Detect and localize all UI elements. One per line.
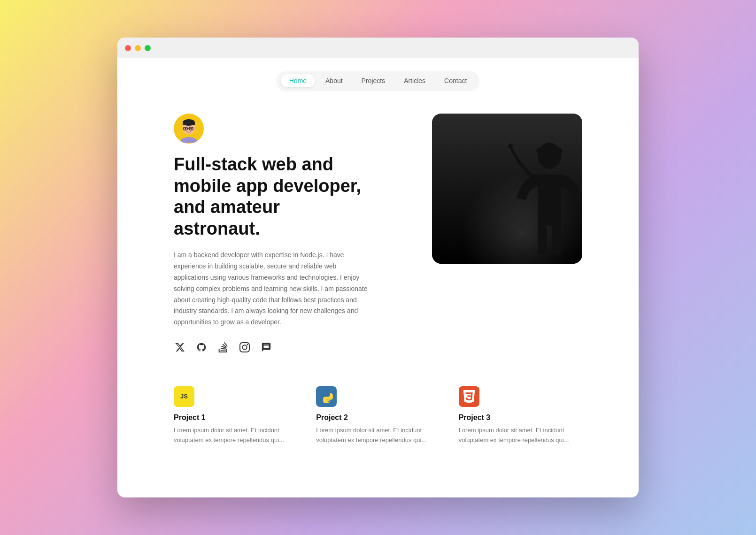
twitter-icon[interactable] [174, 341, 186, 353]
avatar-illustration [175, 115, 203, 143]
project-1-title: Project 1 [174, 413, 297, 422]
project-1-desc: Lorem ipsum dolor sit amet. Et incidunt … [174, 426, 297, 445]
browser-titlebar [117, 38, 639, 58]
hero-image-inner [432, 114, 582, 264]
python-icon [316, 386, 337, 407]
project-card-2: Project 2 Lorem ipsum dolor sit amet. Et… [316, 386, 440, 445]
hero-title: Full-stack web and mobile app developer,… [174, 154, 371, 239]
social-icons [174, 341, 404, 353]
navbar: Home About Projects Articles Contact [117, 58, 639, 99]
dot-red[interactable] [125, 45, 131, 51]
project-3-title: Project 3 [459, 413, 582, 422]
project-2-title: Project 2 [316, 413, 440, 422]
project-card-3: Project 3 Lorem ipsum dolor sit amet. Et… [459, 386, 582, 445]
silhouette-svg [488, 132, 582, 264]
browser-content: Home About Projects Articles Contact [117, 58, 639, 497]
svg-point-9 [191, 128, 192, 130]
dot-green[interactable] [145, 45, 151, 51]
hero-section: Full-stack web and mobile app developer,… [117, 99, 639, 367]
stackoverflow-icon[interactable] [217, 341, 229, 353]
github-icon[interactable] [195, 341, 208, 353]
chat-icon[interactable] [260, 341, 272, 353]
svg-rect-14 [552, 226, 561, 254]
nav-item-contact[interactable]: Contact [436, 74, 475, 87]
instagram-icon[interactable] [239, 341, 251, 353]
nav-item-projects[interactable]: Projects [353, 74, 394, 87]
hero-description: I am a backend developer with expertise … [174, 250, 371, 328]
project-card-1: JS Project 1 Lorem ipsum dolor sit amet.… [174, 386, 297, 445]
nav-item-articles[interactable]: Articles [395, 74, 434, 87]
browser-window: Home About Projects Articles Contact [117, 38, 639, 497]
project-3-desc: Lorem ipsum dolor sit amet. Et incidunt … [459, 426, 582, 445]
svg-point-11 [536, 145, 563, 157]
dot-yellow[interactable] [135, 45, 141, 51]
svg-rect-4 [183, 122, 195, 125]
nav-pill: Home About Projects Articles Contact [277, 71, 479, 90]
svg-point-12 [508, 144, 513, 148]
nav-item-home[interactable]: Home [281, 74, 315, 87]
hero-left: Full-stack web and mobile app developer,… [174, 114, 404, 353]
browser-dots [125, 45, 151, 51]
nav-item-about[interactable]: About [317, 74, 351, 87]
html5-icon [459, 386, 479, 407]
hero-image [432, 114, 582, 264]
svg-rect-13 [538, 226, 547, 254]
projects-section: JS Project 1 Lorem ipsum dolor sit amet.… [117, 367, 639, 445]
project-2-desc: Lorem ipsum dolor sit amet. Et incidunt … [316, 426, 440, 445]
hero-image-container [432, 114, 582, 264]
avatar [174, 114, 204, 144]
js-icon: JS [174, 386, 194, 407]
svg-point-8 [185, 128, 186, 130]
